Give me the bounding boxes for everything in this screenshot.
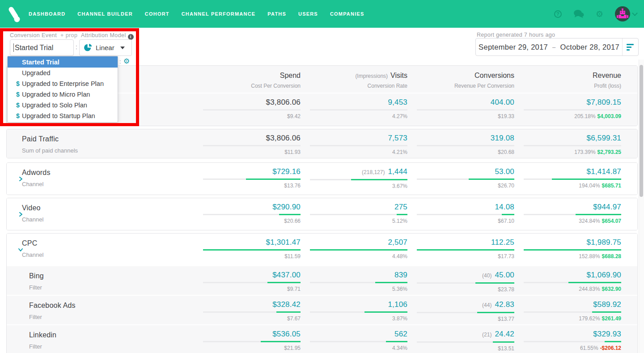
metric-bar [203,282,301,283]
table-row-video[interactable]: VideoChannel$290.90$20.662755.12%14.08$6… [7,198,637,230]
metric-cell-conversions: (40)45.00$23.78 [407,266,514,295]
metric-value: $1,301.47 [194,238,301,247]
metric-cell-conversions: (21)24.42$13.51 [407,325,514,353]
metric-value: $944.97 [514,202,621,212]
nav-item-channel-performance[interactable]: CHANNEL PERFORMANCE [182,11,256,17]
controls-separator: : [76,43,77,51]
metric-sub: $23.78 [407,286,514,293]
metric-bar [417,312,514,313]
profit-percent: 324.84% [579,218,600,224]
row-subtitle: Sum of paid channels [22,147,194,154]
report-generated-label: Report generated 7 hours ago [477,32,555,38]
date-range-picker[interactable]: September 29, 2017 – October 28, 2017 [475,38,639,56]
metric-value: 2,507 [301,238,407,247]
app-logo-icon[interactable] [5,5,21,23]
metric-value: 112.25 [407,238,514,247]
metric-bar [417,282,514,284]
metric-sub: 152.88%$688.28 [514,253,621,259]
metric-sub: $11.93 [194,149,301,155]
row-subtitle: Filter [29,343,194,350]
metric-cell-conversions: 112.25$17.73 [407,234,514,265]
table-row-facebook-ads[interactable]: Facebook AdsFilter$328.42$7.671,1063.87%… [7,296,637,324]
metric-value: 53.00 [407,167,514,177]
conversion-event-input[interactable]: Started Trial [10,39,74,56]
scrollbar-thumb[interactable] [640,65,643,197]
metric-prefix: (40) [482,272,491,279]
column-subtitle: Cost Per Conversion [194,83,301,89]
metric-bar [310,214,407,215]
dropdown-item-upgraded[interactable]: Upgraded [8,68,118,78]
avatar-chevron-down-icon[interactable] [632,10,638,16]
scrollbar-track[interactable] [639,60,644,353]
gear-icon[interactable]: ⚙ [596,10,603,18]
metric-sub: 4.27% [301,113,407,119]
metric-bar-fill [351,179,407,180]
metric-sub: $13.77 [407,316,514,322]
metric-bar-fill [605,341,621,342]
pie-chart-icon [84,44,92,51]
metric-bar [417,214,514,215]
metric-value: 14.08 [407,202,514,212]
dropdown-item-upgraded-to-startup-plan[interactable]: $Upgraded to Startup Plan [8,111,118,121]
metric-bar [310,311,407,313]
chat-icon[interactable] [573,9,584,18]
chevron-right-icon[interactable] [18,177,23,181]
metric-cell-conversions: (44)42.83$13.77 [407,296,514,324]
metric-cell-conversions: 14.08$67.10 [407,198,514,230]
nav-item-dashboard[interactable]: DASHBOARD [29,11,65,17]
table-row-paid-traffic[interactable]: Paid TrafficSum of paid channels$3,806.0… [7,129,637,158]
nav-item-paths[interactable]: PATHS [267,11,286,17]
metric-sub: 61.55%-$206.12 [514,345,621,351]
metric-sub: 179.62%$261.49 [514,315,621,322]
nav-item-users[interactable]: USERS [298,11,318,17]
profit-amount: $632.90 [602,286,621,292]
metric-cell-spend: $290.90$20.66 [194,198,301,230]
metric-sub: $9.71 [194,286,301,292]
metric-sub: $13.51 [407,345,514,352]
chevron-right-icon[interactable] [18,212,23,217]
dropdown-item-upgraded-to-micro-plan[interactable]: $Upgraded to Micro Plan [8,89,118,100]
column-title: Spend [194,72,301,80]
table-row-adwords[interactable]: AdwordsChannel$729.16$13.76(218,127)1,44… [7,163,637,195]
metric-prefix: (21) [482,332,491,338]
dropdown-item-label: Upgraded to Micro Plan [22,91,90,98]
metric-value: $1,069.90 [514,270,621,280]
dropdown-item-started-trial[interactable]: Started Trial [8,56,118,68]
add-prop-button[interactable]: + prop [60,32,77,38]
metric-bar [524,214,621,215]
metric-value: (40)45.00 [407,270,514,281]
nav-item-channel-builder[interactable]: CHANNEL BUILDER [77,11,133,17]
date-filter-icon[interactable] [622,38,638,55]
attribution-model-select[interactable]: Linear [79,39,132,56]
dropdown-item-upgraded-to-enterprise-plan[interactable]: $Upgraded to Enterprise Plan [8,78,118,89]
table-row-bing[interactable]: BingFilter$437.00$9.718395.36%(40)45.00$… [7,266,637,295]
dollar-icon: $ [16,80,20,87]
date-range-dash: – [552,44,556,51]
profit-amount: $654.07 [602,218,621,224]
settings-gear-icon[interactable]: ⚙ [123,57,130,65]
table-row-cpc[interactable]: CPCChannel$1,301.47$11.592,5074.48%112.2… [7,234,637,265]
dropdown-item-upgraded-to-solo-plan[interactable]: $Upgraded to Solo Plan [8,100,118,111]
row-subtitle: Channel [22,181,194,187]
metric-bar [524,341,621,342]
profit-percent: 173.39% [574,149,595,155]
metric-bar [524,249,621,251]
help-icon[interactable]: ? [554,10,562,18]
chevron-down-icon[interactable] [18,247,23,252]
column-title: (Impressions)Visits [301,72,407,80]
nav-item-cohort[interactable]: COHORT [145,11,169,17]
profit-amount: -$206.12 [600,345,621,351]
avatar[interactable] [615,6,630,21]
metric-cell-revenue: $329.9361.55%-$206.12 [514,325,621,353]
metric-bar-fill [276,311,301,313]
metric-prefix: (44) [482,302,491,308]
nav-item-companies[interactable]: COMPANIES [330,11,364,17]
metric-value: (44)42.83 [407,300,514,310]
metric-bar [524,109,621,111]
metric-bar-fill [261,341,301,342]
metric-value: 839 [301,270,407,280]
metric-bar-fill [493,341,514,343]
row-name: Paid Traffic [22,135,194,143]
metric-cell-visits: 2,5074.48% [301,234,407,265]
table-row-linkedin[interactable]: LinkedinFilter$536.05$21.955624.34%(21)2… [7,325,637,353]
